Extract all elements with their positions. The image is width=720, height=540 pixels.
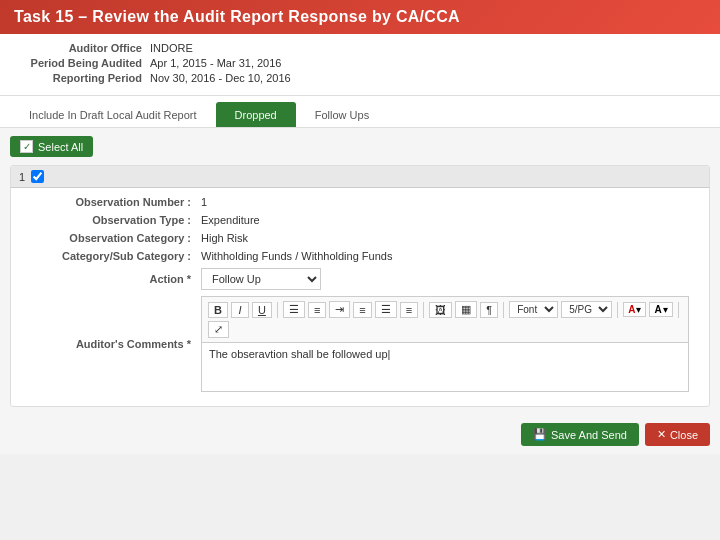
image-button[interactable]: 🖼 (429, 302, 452, 318)
action-label: Action * (31, 273, 201, 285)
period-row: Period Being Audited Apr 1, 2015 - Mar 3… (20, 57, 700, 69)
reporting-label: Reporting Period (20, 72, 150, 84)
obs-body: Observation Number : 1 Observation Type … (11, 188, 709, 406)
tab-follow-ups[interactable]: Follow Ups (296, 102, 388, 127)
italic-button[interactable]: I (231, 302, 249, 318)
period-label: Period Being Audited (20, 57, 150, 69)
save-label: Save And Send (551, 429, 627, 441)
special-char-button[interactable]: ¶ (480, 302, 498, 318)
toolbar-separator-2 (423, 302, 424, 318)
close-button[interactable]: ✕ Close (645, 423, 710, 446)
font-color-button[interactable]: A▾ (623, 302, 646, 317)
obs-type-value: Expenditure (201, 214, 260, 226)
align-right-button[interactable]: ≡ (400, 302, 418, 318)
page-header: Task 15 – Review the Audit Report Respon… (0, 0, 720, 34)
page-title: Task 15 – Review the Audit Report Respon… (14, 8, 460, 25)
action-select[interactable]: Follow Up (201, 268, 321, 290)
obs-type-label: Observation Type : (31, 214, 201, 226)
comments-label: Auditor's Comments * (31, 338, 201, 350)
comments-row: Auditor's Comments * B I U ☰ ≡ ⇥ ≡ ☰ ≡ (31, 296, 689, 392)
obs-subcategory-label: Category/Sub Category : (31, 250, 201, 262)
align-center-button[interactable]: ☰ (375, 301, 397, 318)
select-all-button[interactable]: ✓ Select All (10, 136, 93, 157)
obs-type-row: Observation Type : Expenditure (31, 214, 689, 226)
obs-subcategory-value: Withholding Funds / Withholding Funds (201, 250, 392, 262)
period-value: Apr 1, 2015 - Mar 31, 2016 (150, 57, 281, 69)
list-unordered-button[interactable]: ☰ (283, 301, 305, 318)
action-row: Action * Follow Up (31, 268, 689, 290)
editor-toolbar: B I U ☰ ≡ ⇥ ≡ ☰ ≡ 🖼 ▦ ¶ (201, 296, 689, 342)
underline-button[interactable]: U (252, 302, 272, 318)
auditor-office-value: INDORE (150, 42, 193, 54)
toolbar-separator-4 (617, 302, 618, 318)
indent-button[interactable]: ⇥ (329, 301, 350, 318)
tab-include-draft[interactable]: Include In Draft Local Audit Report (10, 102, 216, 127)
obs-number-label: Observation Number : (31, 196, 201, 208)
obs-category-row: Observation Category : High Risk (31, 232, 689, 244)
main-content: ✓ Select All 1 Observation Number : 1 Ob… (0, 128, 720, 415)
checkbox-icon: ✓ (20, 140, 33, 153)
footer-buttons: 💾 Save And Send ✕ Close (0, 415, 720, 454)
reporting-value: Nov 30, 2016 - Dec 10, 2016 (150, 72, 291, 84)
font-select[interactable]: Font (509, 301, 558, 318)
editor-content: The obseravtion shall be followed up| (209, 348, 390, 360)
maximize-button[interactable]: ⤢ (208, 321, 229, 338)
reporting-row: Reporting Period Nov 30, 2016 - Dec 10, … (20, 72, 700, 84)
obs-number-row: Observation Number : 1 (31, 196, 689, 208)
highlight-color-button[interactable]: A▾ (649, 302, 672, 317)
obs-category-value: High Risk (201, 232, 248, 244)
save-icon: 💾 (533, 428, 547, 441)
comments-editor-wrap: B I U ☰ ≡ ⇥ ≡ ☰ ≡ 🖼 ▦ ¶ (201, 296, 689, 392)
info-section: Auditor Office INDORE Period Being Audit… (0, 34, 720, 96)
size-select[interactable]: 5/PG (561, 301, 612, 318)
select-all-label: Select All (38, 141, 83, 153)
obs-category-label: Observation Category : (31, 232, 201, 244)
obs-checkbox[interactable] (31, 170, 44, 183)
obs-number-value: 1 (201, 196, 207, 208)
obs-subcategory-link[interactable]: Withholding Funds (301, 250, 392, 262)
editor-area[interactable]: The obseravtion shall be followed up| (201, 342, 689, 392)
align-left-button[interactable]: ≡ (353, 302, 371, 318)
close-label: Close (670, 429, 698, 441)
highlight-color-label: A (654, 304, 661, 315)
tabs-container: Include In Draft Local Audit Report Drop… (0, 96, 720, 128)
auditor-office-row: Auditor Office INDORE (20, 42, 700, 54)
toolbar-separator-3 (503, 302, 504, 318)
bold-button[interactable]: B (208, 302, 228, 318)
obs-card-header: 1 (11, 166, 709, 188)
obs-subcategory-row: Category/Sub Category : Withholding Fund… (31, 250, 689, 262)
table-button[interactable]: ▦ (455, 301, 477, 318)
toolbar-separator-5 (678, 302, 679, 318)
obs-number: 1 (19, 171, 25, 183)
observation-card: 1 Observation Number : 1 Observation Typ… (10, 165, 710, 407)
tab-dropped[interactable]: Dropped (216, 102, 296, 127)
font-color-label: A (628, 304, 635, 315)
list-ordered-button[interactable]: ≡ (308, 302, 326, 318)
auditor-office-label: Auditor Office (20, 42, 150, 54)
toolbar-separator-1 (277, 302, 278, 318)
close-icon: ✕ (657, 428, 666, 441)
save-send-button[interactable]: 💾 Save And Send (521, 423, 639, 446)
